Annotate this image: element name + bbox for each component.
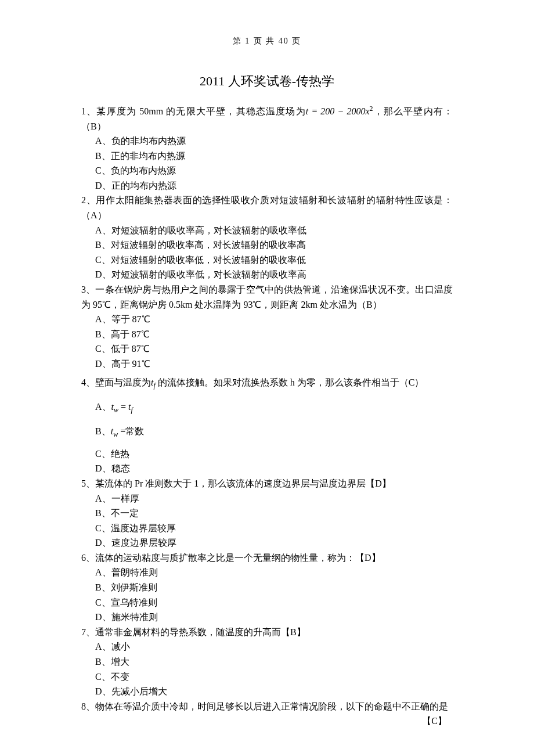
q4a-sub-b: f xyxy=(131,406,133,414)
q6-option-d: D、施米特准则 xyxy=(81,610,453,625)
q2-option-c: C、对短波辐射的吸收率低，对长波辐射的吸收率低 xyxy=(81,253,453,268)
q5-option-c: C、温度边界层较厚 xyxy=(81,521,453,536)
q7-option-b: B、增大 xyxy=(81,654,453,669)
q5-option-b: B、不一定 xyxy=(81,506,453,521)
q4b-eq: =常数 xyxy=(118,426,144,436)
q3-option-c: C、低于 87℃ xyxy=(81,341,453,357)
question-2-stem: 2、用作太阳能集热器表面的选择性吸收介质对短波辐射和长波辐射的辐射特性应该是：（… xyxy=(81,193,453,222)
exam-title: 2011 人环奖试卷-传热学 xyxy=(81,71,453,91)
q3-option-b: B、高于 87℃ xyxy=(81,327,453,342)
q4-suffix: 的流体接触。如果对流换热系数 h 为零，那么该条件相当于（C） xyxy=(156,377,424,387)
question-1-stem: 1、某厚度为 50mm 的无限大平壁，其稳态温度场为t = 200 − 2000… xyxy=(81,103,453,134)
q1-option-c: C、负的均布内热源 xyxy=(81,163,453,178)
q1-option-b: B、正的非均布内热源 xyxy=(81,149,453,164)
q1-option-a: A、负的非均布内热源 xyxy=(81,134,453,149)
q5-option-d: D、速度边界层较厚 xyxy=(81,535,453,550)
q7-option-a: A、减小 xyxy=(81,639,453,654)
page-container: 第 1 页 共 40 页 2011 人环奖试卷-传热学 1、某厚度为 50mm … xyxy=(0,0,534,756)
q7-option-d: D、先减小后增大 xyxy=(81,684,453,699)
q4-option-d: D、稳态 xyxy=(81,461,453,476)
page-header: 第 1 页 共 40 页 xyxy=(81,35,453,48)
q7-option-c: C、不变 xyxy=(81,669,453,685)
q3-option-a: A、等于 87℃ xyxy=(81,312,453,327)
q4-option-b: B、tw =常数 xyxy=(81,424,453,440)
q4-prefix: 4、壁面与温度为 xyxy=(81,377,151,387)
q2-option-a: A、对短波辐射的吸收率高，对长波辐射的吸收率低 xyxy=(81,223,453,238)
q4a-sub-a: w xyxy=(114,406,118,414)
q2-option-d: D、对短波辐射的吸收率低，对长波辐射的吸收率高 xyxy=(81,267,453,282)
q1-option-d: D、正的均布内热源 xyxy=(81,178,453,193)
question-4-stem: 4、壁面与温度为tf 的流体接触。如果对流换热系数 h 为零，那么该条件相当于（… xyxy=(81,375,453,391)
question-3-stem: 3、一条在锅炉房与热用户之间的暴露于空气中的供热管道，沿途保温状况不变。出口温度… xyxy=(81,282,453,312)
question-8-stem: 8、物体在等温介质中冷却，时间足够长以后进入正常情况阶段，以下的命题中不正确的是 xyxy=(81,699,453,714)
question-7-stem: 7、通常非金属材料的导热系数，随温度的升高而【B】 xyxy=(81,625,453,640)
q4b-sub-a: w xyxy=(113,431,118,439)
q4-option-a: A、tw = tf xyxy=(81,399,453,416)
q1-equation: t = 200 − 2000x xyxy=(306,106,370,116)
q1-prefix: 1、某厚度为 50mm 的无限大平壁，其稳态温度场为 xyxy=(81,106,306,116)
question-8-answer: 【C】 xyxy=(81,714,453,729)
question-5-stem: 5、某流体的 Pr 准则数大于 1，那么该流体的速度边界层与温度边界层【D】 xyxy=(81,476,453,491)
q4a-eq: = xyxy=(118,402,128,412)
q4b-label: B、 xyxy=(95,426,111,436)
q3-option-d: D、高于 91℃ xyxy=(81,357,453,372)
question-6-stem: 6、流体的运动粘度与质扩散率之比是一个无量纲的物性量，称为：【D】 xyxy=(81,550,453,566)
q5-option-a: A、一样厚 xyxy=(81,491,453,506)
q6-option-b: B、刘伊斯准则 xyxy=(81,580,453,595)
q4a-label: A、 xyxy=(95,402,111,412)
q2-option-b: B、对短波辐射的吸收率高，对长波辐射的吸收率高 xyxy=(81,237,453,253)
q6-option-a: A、普朗特准则 xyxy=(81,565,453,580)
q6-option-c: C、宣乌特准则 xyxy=(81,595,453,610)
q4-option-c: C、绝热 xyxy=(81,447,453,462)
